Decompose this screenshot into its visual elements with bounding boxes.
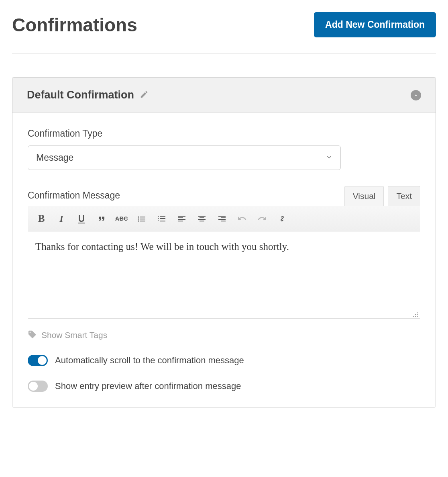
panel-header-left: Default Confirmation — [27, 89, 149, 101]
toggle-knob — [29, 382, 38, 391]
show-smart-tags-link[interactable]: Show Smart Tags — [28, 330, 420, 340]
message-label-row: Confirmation Message Visual Text — [28, 186, 420, 206]
bold-button[interactable]: B — [32, 209, 51, 228]
page-header: Confirmations Add New Confirmation — [12, 12, 436, 54]
page-title: Confirmations — [12, 14, 137, 36]
add-confirmation-button[interactable]: Add New Confirmation — [314, 12, 436, 37]
svg-point-5 — [417, 316, 418, 317]
auto-scroll-toggle-row: Automatically scroll to the confirmation… — [28, 355, 420, 366]
confirmation-panel: Default Confirmation Confirmation Type M… — [12, 77, 436, 407]
entry-preview-toggle-row: Show entry preview after confirmation me… — [28, 381, 420, 392]
panel-body: Confirmation Type Message Confirmation M… — [12, 113, 436, 407]
strikethrough-button[interactable]: ABC — [112, 209, 131, 228]
blockquote-button[interactable] — [92, 209, 111, 228]
svg-point-3 — [413, 316, 414, 317]
align-center-button[interactable] — [193, 209, 211, 228]
bulleted-list-button[interactable] — [132, 209, 151, 228]
svg-point-4 — [415, 316, 416, 317]
editor-statusbar — [28, 308, 420, 318]
numbered-list-button[interactable] — [153, 209, 171, 228]
align-right-button[interactable] — [213, 209, 231, 228]
svg-point-2 — [417, 314, 418, 315]
panel-header[interactable]: Default Confirmation — [12, 78, 436, 113]
tab-visual[interactable]: Visual — [344, 186, 384, 206]
redo-button[interactable] — [253, 209, 271, 228]
entry-preview-toggle[interactable] — [28, 381, 48, 392]
tag-icon — [28, 330, 37, 340]
confirmation-type-select[interactable]: Message — [28, 145, 341, 170]
panel-title: Default Confirmation — [27, 89, 134, 101]
editor-toolbar: B I U ABC — [28, 206, 420, 231]
smart-tags-label: Show Smart Tags — [41, 330, 107, 340]
confirmation-message-label: Confirmation Message — [28, 190, 120, 201]
tab-text[interactable]: Text — [388, 186, 420, 206]
entry-preview-label: Show entry preview after confirmation me… — [55, 381, 241, 391]
confirmation-type-select-wrapper: Message — [28, 145, 341, 170]
chevron-up-icon[interactable] — [411, 90, 421, 100]
undo-button[interactable] — [233, 209, 251, 228]
editor-tabs: Visual Text — [344, 186, 420, 206]
svg-point-0 — [417, 312, 418, 313]
svg-point-1 — [415, 314, 416, 315]
message-editor: B I U ABC — [28, 206, 420, 319]
align-left-button[interactable] — [173, 209, 191, 228]
auto-scroll-toggle[interactable] — [28, 355, 48, 366]
resize-handle-icon[interactable] — [413, 312, 418, 317]
auto-scroll-label: Automatically scroll to the confirmation… — [55, 355, 244, 366]
italic-button[interactable]: I — [52, 209, 71, 228]
pencil-icon[interactable] — [140, 90, 149, 100]
underline-button[interactable]: U — [72, 209, 91, 228]
message-textarea[interactable]: Thanks for contacting us! We will be in … — [28, 231, 420, 308]
link-button[interactable] — [273, 209, 291, 228]
toggle-knob — [38, 356, 47, 365]
confirmation-type-label: Confirmation Type — [28, 128, 420, 139]
